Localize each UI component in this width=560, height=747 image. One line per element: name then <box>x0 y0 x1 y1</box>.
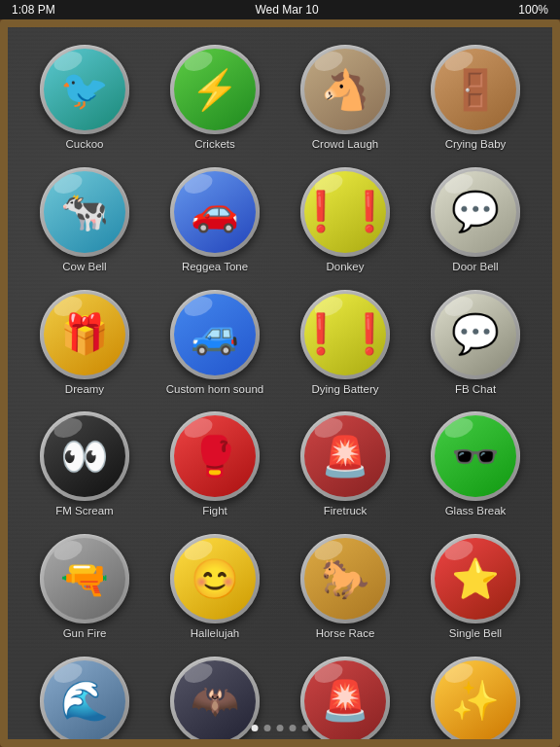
sound-label-firetruck: Firetruck <box>324 505 368 518</box>
sound-label-fight: Fight <box>202 505 228 518</box>
sound-label-cow-bell: Cow Bell <box>62 261 106 274</box>
sound-label-crowd-laugh: Crowd Laugh <box>312 138 378 152</box>
icon-wrap-custom-horn: 🚙 <box>170 290 260 379</box>
sound-item-dying-battery[interactable]: ❗❗ Dying Battery <box>280 284 410 403</box>
icon-crickets: ⚡ <box>174 49 256 130</box>
icon-wrap-item23: 🚨 <box>300 657 390 746</box>
icon-wrap-item22: 🦇 <box>170 657 260 746</box>
sound-item-hallelujah[interactable]: 😊 Hallelujah <box>150 528 280 647</box>
sound-label-door-bell: Door Bell <box>452 261 498 274</box>
sound-label-hallelujah: Hallelujah <box>191 627 240 641</box>
icon-item24: ✨ <box>435 660 516 742</box>
icon-dreamy: 🎁 <box>44 294 125 375</box>
icon-wrap-item24: ✨ <box>431 657 520 746</box>
sound-item-single-bell[interactable]: ⭐ Single Bell <box>410 528 541 647</box>
sound-label-cuckoo: Cuckoo <box>66 138 104 152</box>
sound-item-custom-horn[interactable]: 🚙 Custom horn sound <box>150 284 280 403</box>
sound-item-fm-scream[interactable]: 👀 FM Scream <box>19 406 150 524</box>
sound-label-donkey: Donkey <box>327 261 365 274</box>
icon-wrap-cow-bell: 🐄 <box>40 167 129 257</box>
sound-item-fight[interactable]: 🥊 Fight <box>150 406 280 524</box>
icon-crying-baby: 🚪 <box>435 49 516 130</box>
sound-label-glass-break: Glass Break <box>445 505 507 518</box>
sound-item-cuckoo[interactable]: 🐦 Cuckoo <box>19 39 150 158</box>
sound-item-crying-baby[interactable]: 🚪 Crying Baby <box>410 39 541 158</box>
status-date: Wed Mar 10 <box>255 3 318 17</box>
sound-label-horse-race: Horse Race <box>316 627 375 641</box>
icon-wrap-firetruck: 🚨 <box>300 411 390 501</box>
page-dot-3[interactable] <box>290 725 297 731</box>
sound-item-item23[interactable]: 🚨 <box>280 651 410 747</box>
page-dots <box>252 725 309 731</box>
sound-item-crowd-laugh[interactable]: 🐴 Crowd Laugh <box>280 39 410 158</box>
sound-item-item24[interactable]: ✨ <box>410 651 541 747</box>
icon-wrap-hallelujah: 😊 <box>170 534 260 623</box>
icon-wrap-donkey: ❗❗ <box>300 167 390 257</box>
sound-item-reggea-tone[interactable]: 🚗 Reggea Tone <box>150 161 280 280</box>
icon-wrap-fb-chat: 💬 <box>431 290 520 379</box>
status-bar: 1:08 PM Wed Mar 10 100% <box>0 0 560 19</box>
sound-item-gun-fire[interactable]: 🔫 Gun Fire <box>19 528 150 647</box>
sound-label-fm-scream: FM Scream <box>55 505 113 518</box>
icon-wrap-cuckoo: 🐦 <box>40 45 129 134</box>
icon-horse-race: 🐎 <box>304 538 386 620</box>
page-dot-1[interactable] <box>264 725 271 731</box>
icon-wrap-item21: 🌊 <box>40 657 129 746</box>
icon-wrap-dreamy: 🎁 <box>40 290 129 379</box>
sound-item-item21[interactable]: 🌊 <box>19 651 150 747</box>
icon-donkey: ❗❗ <box>304 171 386 253</box>
icon-hallelujah: 😊 <box>174 538 256 620</box>
sound-grid: 🐦 Cuckoo ⚡ Crickets 🐴 Crowd Laugh 🚪 Cryi… <box>16 35 544 747</box>
icon-fb-chat: 💬 <box>435 294 516 375</box>
sound-label-custom-horn: Custom horn sound <box>166 383 263 397</box>
sound-label-fb-chat: FB Chat <box>455 383 496 397</box>
icon-cuckoo: 🐦 <box>44 49 125 130</box>
icon-item22: 🦇 <box>174 660 256 742</box>
page-dot-2[interactable] <box>277 725 284 731</box>
sound-item-horse-race[interactable]: 🐎 Horse Race <box>280 528 410 647</box>
icon-glass-break: 🕶️ <box>435 415 516 497</box>
icon-door-bell: 💬 <box>435 171 516 253</box>
icon-single-bell: ⭐ <box>435 538 516 620</box>
icon-firetruck: 🚨 <box>304 415 386 497</box>
sound-item-door-bell[interactable]: 💬 Door Bell <box>410 161 541 280</box>
icon-wrap-crowd-laugh: 🐴 <box>300 45 390 134</box>
icon-wrap-gun-fire: 🔫 <box>40 534 129 623</box>
sound-item-glass-break[interactable]: 🕶️ Glass Break <box>410 406 541 524</box>
sound-label-gun-fire: Gun Fire <box>63 627 107 641</box>
main-container: 🐦 Cuckoo ⚡ Crickets 🐴 Crowd Laugh 🚪 Cryi… <box>0 19 560 747</box>
sound-item-item22[interactable]: 🦇 <box>150 651 280 747</box>
icon-wrap-reggea-tone: 🚗 <box>170 167 260 257</box>
icon-wrap-glass-break: 🕶️ <box>431 411 520 501</box>
icon-custom-horn: 🚙 <box>174 294 256 375</box>
sound-item-donkey[interactable]: ❗❗ Donkey <box>280 161 410 280</box>
icon-fight: 🥊 <box>174 415 256 497</box>
sound-item-fb-chat[interactable]: 💬 FB Chat <box>410 284 541 403</box>
icon-wrap-dying-battery: ❗❗ <box>300 290 390 379</box>
sound-label-crickets: Crickets <box>194 138 235 152</box>
page-dot-4[interactable] <box>302 725 309 731</box>
sound-item-crickets[interactable]: ⚡ Crickets <box>150 39 280 158</box>
sound-item-cow-bell[interactable]: 🐄 Cow Bell <box>19 161 150 280</box>
status-battery: 100% <box>518 3 548 17</box>
icon-wrap-fm-scream: 👀 <box>40 411 129 501</box>
sound-label-single-bell: Single Bell <box>449 627 502 641</box>
icon-wrap-single-bell: ⭐ <box>431 534 520 623</box>
icon-crowd-laugh: 🐴 <box>304 49 386 130</box>
icon-wrap-crying-baby: 🚪 <box>431 45 520 134</box>
page-dot-0[interactable] <box>252 725 259 731</box>
sound-label-reggea-tone: Reggea Tone <box>182 261 248 274</box>
status-time: 1:08 PM <box>12 3 55 17</box>
icon-dying-battery: ❗❗ <box>304 294 386 375</box>
sound-label-dreamy: Dreamy <box>65 383 104 397</box>
sound-item-firetruck[interactable]: 🚨 Firetruck <box>280 406 410 524</box>
sound-item-dreamy[interactable]: 🎁 Dreamy <box>19 284 150 403</box>
icon-fm-scream: 👀 <box>44 415 125 497</box>
icon-wrap-door-bell: 💬 <box>431 167 520 257</box>
icon-wrap-horse-race: 🐎 <box>300 534 390 623</box>
icon-wrap-crickets: ⚡ <box>170 45 260 134</box>
sound-label-dying-battery: Dying Battery <box>311 383 378 397</box>
icon-item21: 🌊 <box>44 660 125 742</box>
icon-gun-fire: 🔫 <box>44 538 125 620</box>
icon-item23: 🚨 <box>304 660 386 742</box>
